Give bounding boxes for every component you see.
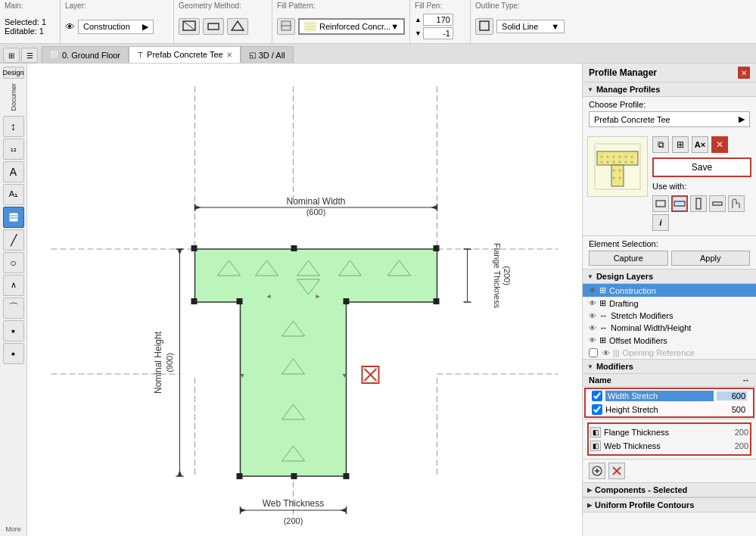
sidebar-btn-design[interactable]: Design (3, 67, 24, 79)
use-with-wall[interactable] (652, 195, 669, 212)
fill-pattern-value: Reinforced Concr... (319, 22, 390, 31)
svg-rect-38 (434, 298, 440, 304)
tab-prefab[interactable]: ⊤ Prefab Concrete Tee ✕ (129, 46, 241, 63)
profile-name-dropdown[interactable]: Prefab Concrete Tee ▶ (589, 111, 750, 127)
svg-marker-55 (431, 205, 437, 210)
svg-rect-35 (291, 245, 297, 251)
fill-pattern-dropdown[interactable]: Reinforced Concr... ▼ (298, 18, 405, 35)
profile-preview-area: ⧉ ⊞ A× ✕ Save Use with: (583, 132, 756, 235)
param-flange-label: Flange Thickness (604, 428, 715, 437)
modifier-width-name: Width Stretch (605, 391, 714, 401)
outline-controls: Solid Line ▼ (475, 11, 572, 42)
fill-pen-up-input[interactable] (423, 14, 453, 26)
layer-opening[interactable]: 👁 ||| Opening Reference (583, 347, 756, 359)
param-web-label: Web Thickness (604, 441, 715, 450)
fill-pen-down-arrow: ▼ (415, 30, 422, 37)
tab-prefab-close[interactable]: ✕ (226, 51, 232, 59)
delete-profile-btn[interactable]: ✕ (711, 136, 728, 153)
use-with-column[interactable] (690, 195, 707, 212)
duplicate-profile-btn[interactable]: ⧉ (652, 136, 669, 153)
svg-point-80 (601, 156, 603, 158)
copy-profile-btn[interactable]: ⊞ (672, 136, 689, 153)
outline-icon-btn[interactable] (475, 18, 493, 35)
view-btn-grid[interactable]: ⊞ (3, 48, 20, 63)
main-controls: Selected: 1 Editable: 1 (5, 11, 55, 42)
geometry-btn-2[interactable] (203, 18, 224, 35)
svg-marker-61 (178, 249, 182, 255)
components-selected-header[interactable]: ▶ Components - Selected (583, 483, 756, 497)
modifier-height-stretch[interactable]: Height Stretch 500 (586, 403, 753, 416)
manage-profiles-triangle: ▼ (587, 86, 593, 93)
view-btn-list[interactable]: ☰ (21, 48, 38, 63)
fill-pen-down-input[interactable] (423, 27, 453, 39)
outline-label: Outline Type: (475, 2, 572, 10)
sidebar-btn-arc[interactable]: ∧ (3, 275, 24, 296)
param-web[interactable]: ◧ Web Thickness 200 (590, 439, 748, 453)
right-panel: Profile Manager ✕ ▼ Manage Profiles Choo… (582, 64, 756, 536)
design-layers-header[interactable]: ▼ Design Layers (583, 270, 756, 284)
layer-checkbox-opening[interactable] (589, 348, 598, 357)
layer-dropdown[interactable]: Construction ▶ (78, 20, 154, 34)
editable-text: Editable: 1 (5, 26, 46, 36)
svg-rect-97 (674, 201, 685, 206)
use-with-info[interactable]: i (652, 214, 669, 231)
geometry-btn-3[interactable] (227, 18, 248, 35)
sidebar-btn-fill3[interactable]: ▪ (3, 343, 24, 364)
modifier-width-cb[interactable] (592, 391, 602, 401)
tab-bar: ⊞ ☰ ⬜ 0. Ground Floor ⊤ Prefab Concrete … (0, 44, 756, 64)
apply-button[interactable]: Apply (671, 251, 751, 266)
modifier-width-stretch[interactable]: Width Stretch 600 (586, 389, 753, 403)
sidebar-btn-text2[interactable]: A₁ (3, 184, 24, 205)
outline-dropdown[interactable]: Solid Line ▼ (496, 20, 565, 33)
use-with-hand[interactable] (728, 195, 745, 212)
sidebar-btn-arrow[interactable]: ↕ (3, 116, 24, 137)
main-layout: Design Documer ↕ ₁₂ A A₁ ╱ ○ ∧ ⌒ ▪ ▪ Mor… (0, 64, 756, 536)
capture-button[interactable]: Capture (589, 251, 668, 266)
profile-manager-close[interactable]: ✕ (738, 67, 750, 79)
top-toolbar: Main: Selected: 1 Editable: 1 Layer: 👁 C… (0, 0, 756, 44)
sidebar-btn-dim[interactable]: ₁₂ (3, 139, 24, 160)
layer-construction[interactable]: 👁 ⊞ Construction (583, 284, 756, 297)
layer-drafting[interactable]: 👁 ⊞ Drafting (583, 297, 756, 310)
sidebar-btn-text[interactable]: A (3, 161, 24, 182)
delete-modifier-btn[interactable] (608, 463, 625, 479)
svg-point-84 (625, 156, 627, 158)
sidebar-btn-line[interactable]: ╱ (3, 229, 24, 251)
svg-marker-3 (232, 21, 244, 30)
use-with-beam[interactable] (671, 195, 688, 212)
modifiers-header[interactable]: ▼ Modifiers (583, 360, 756, 374)
element-selection: Element Selection: Capture Apply (583, 235, 756, 269)
layer-controls[interactable]: 👁 Construction ▶ (65, 11, 169, 42)
manage-profiles-header[interactable]: ▼ Manage Profiles (583, 83, 756, 97)
modifier-height-cb[interactable] (592, 404, 602, 415)
param-flange[interactable]: ◧ Flange Thickness 200 (590, 425, 748, 439)
layer-stretch-mod[interactable]: 👁 ↔ Stretch Modifiers (583, 310, 756, 322)
profile-name-text: Prefab Concrete Tee (594, 115, 739, 124)
more-label: More (2, 522, 24, 536)
fill-pattern-toggle[interactable] (277, 18, 295, 35)
layer-offset[interactable]: 👁 ⊞ Offset Modifiers (583, 334, 756, 347)
tab-3d[interactable]: ◱ 3D / All (241, 46, 294, 63)
bottom-icons (583, 459, 756, 482)
profile-thumbnail (587, 136, 648, 197)
save-button[interactable]: Save (652, 157, 751, 177)
uniform-profile-header[interactable]: ▶ Uniform Profile Contours (583, 498, 756, 513)
profile-thumbnail-svg (591, 140, 644, 193)
add-modifier-btn[interactable] (589, 463, 605, 479)
sidebar-btn-circle[interactable]: ○ (3, 252, 24, 273)
geometry-btn-1[interactable] (179, 18, 200, 35)
svg-marker-62 (178, 470, 182, 476)
fill-pattern-section: Fill Pattern: Reinforced Concr... ▼ (272, 0, 410, 43)
sidebar-btn-curve[interactable]: ⌒ (3, 298, 24, 319)
sidebar-btn-fill[interactable] (3, 207, 24, 228)
fill-pattern-controls: Reinforced Concr... ▼ (277, 11, 405, 42)
layer-nominal[interactable]: 👁 ↔ Nominal Width/Height (583, 322, 756, 334)
sidebar-btn-fill2[interactable]: ▪ (3, 320, 24, 341)
rename-profile-btn[interactable]: A× (692, 136, 708, 153)
svg-marker-23 (195, 249, 437, 476)
use-with-slab[interactable] (709, 195, 726, 212)
tab-ground-floor[interactable]: ⬜ 0. Ground Floor (42, 46, 129, 63)
svg-point-95 (619, 177, 621, 179)
fill-pattern-label: Fill Pattern: (277, 2, 405, 10)
tab-floor-label: 0. Ground Floor (62, 51, 120, 60)
